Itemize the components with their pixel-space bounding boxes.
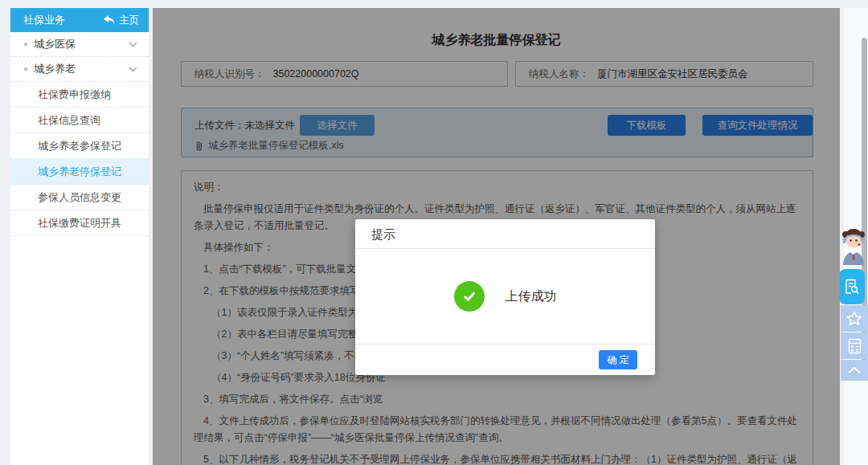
sidebar-item-zhengming-kaiju[interactable]: 社保缴费证明开具 xyxy=(10,210,149,236)
sidebar-item-canbao-dengji[interactable]: 城乡养老参保登记 xyxy=(10,133,149,159)
bullet-icon xyxy=(24,67,27,71)
home-link[interactable]: 主页 xyxy=(104,14,139,27)
chevron-down-icon xyxy=(129,67,137,72)
upload-result-dialog: 提示 上传成功 确 定 xyxy=(355,219,655,375)
sidebar-item-tingbao-dengji[interactable]: 城乡养老停保登记 xyxy=(10,159,149,185)
sidebar-group-label: 城乡医保 xyxy=(34,37,76,51)
dialog-message: 上传成功 xyxy=(506,288,557,305)
calculator-icon xyxy=(848,338,862,354)
dialog-footer: 确 定 xyxy=(355,344,655,374)
sidebar-group-yanglao[interactable]: 城乡养老 xyxy=(10,57,149,82)
sidebar-item-xinxi-biangeng[interactable]: 参保人员信息变更 xyxy=(10,185,149,210)
home-label: 主页 xyxy=(119,14,139,27)
customer-service-avatar[interactable] xyxy=(839,227,868,265)
sidebar: 社保业务 主页 城乡医保 城乡养老 社保费申报缴纳 社保信息查询 城乡养老参保登… xyxy=(10,8,149,465)
sidebar-group-yibao[interactable]: 城乡医保 xyxy=(10,32,149,57)
star-icon xyxy=(846,311,862,326)
success-check-icon xyxy=(454,281,485,312)
chevron-down-icon xyxy=(129,42,137,47)
favorites-button[interactable] xyxy=(841,305,868,332)
sidebar-item-xinxi-chaxun[interactable]: 社保信息查询 xyxy=(10,108,149,133)
back-home-icon xyxy=(104,15,115,25)
sidebar-group-label: 城乡养老 xyxy=(34,62,76,76)
document-search-button[interactable] xyxy=(839,269,865,304)
collapse-toolbar-button[interactable] xyxy=(841,360,868,381)
dialog-body: 上传成功 xyxy=(355,249,655,344)
confirm-button[interactable]: 确 定 xyxy=(599,350,637,369)
sidebar-item-shenbao-jiaona[interactable]: 社保费申报缴纳 xyxy=(10,82,149,108)
calculator-button[interactable] xyxy=(841,332,868,359)
sidebar-header: 社保业务 主页 xyxy=(10,8,149,32)
document-search-icon xyxy=(845,279,859,295)
chevron-up-icon xyxy=(847,366,862,374)
dialog-title: 提示 xyxy=(355,219,655,249)
sidebar-title: 社保业务 xyxy=(23,13,65,27)
floating-toolbar xyxy=(839,227,868,381)
bullet-icon xyxy=(24,43,27,46)
